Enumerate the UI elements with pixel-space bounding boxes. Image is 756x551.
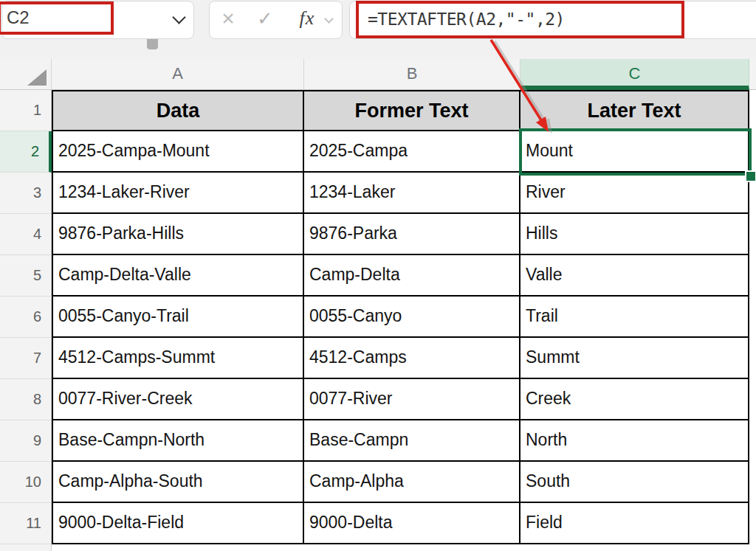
row-12-sliver (52, 544, 756, 551)
row-header-5[interactable]: 5 (0, 255, 52, 297)
cell-c1[interactable]: Later Text (520, 90, 749, 131)
cell-c2-selected[interactable]: Mount (520, 131, 749, 173)
cell-a11[interactable]: 9000-Delta-Field (52, 503, 304, 544)
column-header-c-selected[interactable]: C (520, 59, 749, 90)
cell-a5[interactable]: Camp-Delta-Valle (52, 255, 304, 297)
column-header-sliver (749, 59, 756, 90)
data-grid: Data Former Text Later Text 2025-Campa-M… (52, 90, 749, 544)
row-header-1[interactable]: 1 (0, 90, 52, 131)
cell-b8[interactable]: 0077-River (304, 379, 520, 420)
row-header-12-partial[interactable] (0, 544, 52, 551)
cell-b4[interactable]: 9876-Parka (304, 214, 520, 255)
cell-b2[interactable]: 2025-Campa (304, 131, 520, 173)
cell-a8[interactable]: 0077-River-Creek (52, 379, 304, 420)
cell-c11[interactable]: Field (520, 503, 749, 544)
enter-icon[interactable]: ✓ (252, 0, 278, 38)
cell-c9[interactable]: North (520, 420, 749, 462)
cell-b1[interactable]: Former Text (304, 90, 520, 131)
cell-a4[interactable]: 9876-Parka-Hills (52, 214, 304, 255)
row-header-2-selected[interactable]: 2 (0, 131, 52, 173)
row-headers: 1 2 3 4 5 6 7 8 9 10 11 (0, 90, 52, 551)
column-header-b[interactable]: B (304, 59, 520, 90)
cell-c4[interactable]: Hills (520, 214, 749, 255)
cell-a7[interactable]: 4512-Camps-Summt (52, 338, 304, 379)
cell-a9[interactable]: Base-Campn-North (52, 420, 304, 462)
formula-bar-drag-nub[interactable] (147, 39, 158, 49)
row-header-7[interactable]: 7 (0, 338, 52, 379)
row-header-3[interactable]: 3 (0, 173, 52, 214)
fill-handle[interactable] (745, 170, 756, 182)
column-header-a[interactable]: A (52, 59, 304, 90)
row-header-8[interactable]: 8 (0, 379, 52, 420)
row-header-4[interactable]: 4 (0, 214, 52, 255)
cell-a1[interactable]: Data (52, 90, 304, 131)
column-d-sliver (749, 90, 756, 544)
select-all-corner[interactable] (0, 59, 52, 90)
cell-a10[interactable]: Camp-Alpha-South (52, 462, 304, 503)
row-header-10[interactable]: 10 (0, 462, 52, 503)
cell-c3[interactable]: River (520, 173, 749, 214)
cell-c5[interactable]: Valle (520, 255, 749, 297)
cell-b7[interactable]: 4512-Camps (304, 338, 520, 379)
cell-b5[interactable]: Camp-Delta (304, 255, 520, 297)
row-header-11[interactable]: 11 (0, 503, 52, 544)
cell-c10[interactable]: South (520, 462, 749, 503)
cell-c7[interactable]: Summt (520, 338, 749, 379)
row-header-6[interactable]: 6 (0, 297, 52, 338)
cell-c8[interactable]: Creek (520, 379, 749, 420)
cell-b10[interactable]: Camp-Alpha (304, 462, 520, 503)
cell-a6[interactable]: 0055-Canyo-Trail (52, 297, 304, 338)
excel-window: C2 × ✓ fx =TEXTAFTER(A2,"-",2) A B C 1 2… (0, 0, 756, 551)
cell-b6[interactable]: 0055-Canyo (304, 297, 520, 338)
cell-b9[interactable]: Base-Campn (304, 420, 520, 462)
cell-c6[interactable]: Trail (520, 297, 749, 338)
insert-function-icon[interactable]: fx (294, 0, 320, 38)
cell-b3[interactable]: 1234-Laker (304, 173, 520, 214)
cancel-icon[interactable]: × (216, 0, 241, 38)
select-all-triangle-icon (27, 69, 47, 86)
cell-a3[interactable]: 1234-Laker-River (52, 173, 304, 214)
cell-b11[interactable]: 9000-Delta (304, 503, 520, 544)
name-box-value[interactable]: C2 (7, 0, 30, 35)
row-header-9[interactable]: 9 (0, 420, 52, 462)
formula-text[interactable]: =TEXTAFTER(A2,"-",2) (368, 1, 565, 38)
cell-a2[interactable]: 2025-Campa-Mount (52, 131, 304, 173)
